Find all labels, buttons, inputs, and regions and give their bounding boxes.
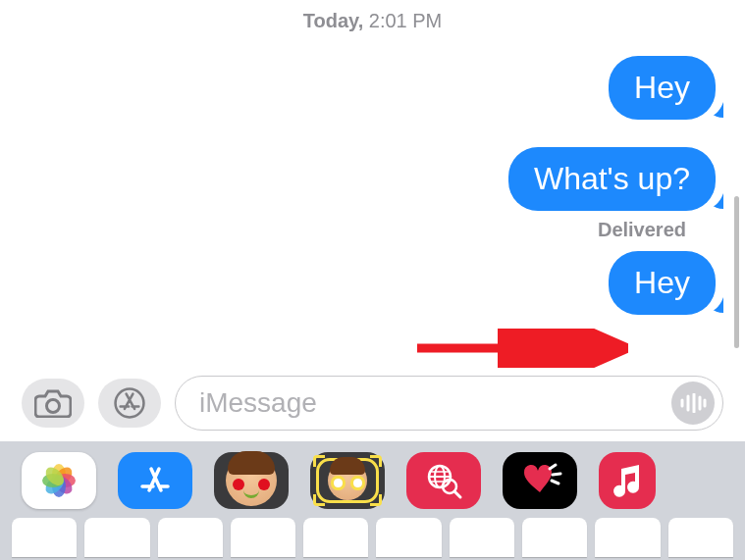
camera-button[interactable]: [22, 379, 84, 428]
waveform-icon: [679, 393, 707, 413]
keyboard-area: [0, 441, 745, 560]
globe-search-icon: [422, 459, 465, 502]
app-find-images[interactable]: [406, 452, 481, 509]
svg-point-2: [47, 400, 60, 413]
keyboard-row[interactable]: [0, 518, 745, 557]
keyboard-key[interactable]: [84, 518, 149, 557]
sent-message-bubble[interactable]: Hey: [609, 56, 716, 120]
svg-point-3: [116, 389, 144, 418]
keyboard-key[interactable]: [376, 518, 441, 557]
keyboard-key[interactable]: [12, 518, 77, 557]
app-photos[interactable]: [22, 452, 96, 509]
message-list[interactable]: Hey What's up? Delivered Hey: [0, 36, 745, 315]
keyboard-key[interactable]: [303, 518, 368, 557]
timestamp-day: Today,: [303, 10, 363, 31]
app-digital-touch[interactable]: [503, 452, 577, 509]
app-store[interactable]: [118, 452, 192, 509]
sent-message-bubble[interactable]: Hey: [609, 251, 716, 315]
app-memoji-hearts[interactable]: [214, 452, 289, 509]
camera-icon: [34, 388, 72, 418]
music-note-icon: [610, 461, 645, 500]
message-text: Hey: [634, 70, 690, 105]
timestamp: Today, 2:01 PM: [0, 0, 745, 36]
app-store-icon: [135, 461, 175, 500]
keyboard-key[interactable]: [450, 518, 514, 557]
input-bar: iMessage: [0, 376, 745, 431]
message-text: Hey: [634, 265, 690, 300]
memoji-icon: [328, 461, 367, 500]
keyboard-key[interactable]: [595, 518, 660, 557]
voice-message-button[interactable]: [671, 382, 715, 425]
app-music[interactable]: [599, 452, 656, 509]
message-input[interactable]: iMessage: [175, 376, 723, 431]
heart-fingers-icon: [516, 461, 563, 500]
memoji-icon: [226, 455, 277, 506]
imessage-app-strip[interactable]: [0, 441, 745, 518]
annotation-arrow: [412, 329, 628, 368]
svg-line-23: [454, 491, 460, 497]
app-store-icon: [113, 386, 146, 420]
scrollbar[interactable]: [734, 196, 739, 348]
keyboard-key[interactable]: [231, 518, 295, 557]
timestamp-time: 2:01 PM: [369, 10, 442, 31]
keyboard-key[interactable]: [158, 518, 223, 557]
app-memoji-stickers[interactable]: [310, 452, 385, 509]
keyboard-key[interactable]: [522, 518, 587, 557]
message-text: What's up?: [534, 161, 690, 196]
app-drawer-button[interactable]: [98, 379, 161, 428]
sent-message-bubble[interactable]: What's up?: [508, 147, 716, 211]
photos-icon: [38, 460, 80, 501]
keyboard-key[interactable]: [668, 518, 733, 557]
delivery-status: Delivered: [29, 219, 716, 241]
message-input-placeholder: iMessage: [199, 387, 317, 419]
